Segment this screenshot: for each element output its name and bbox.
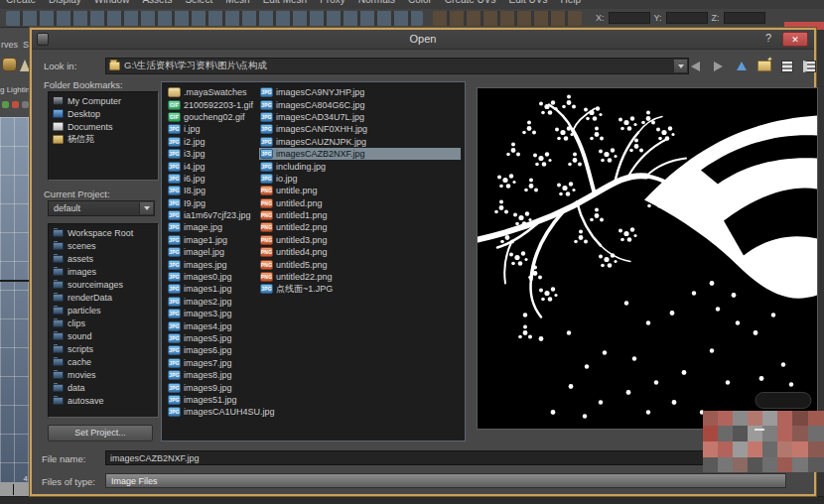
menu-item[interactable]: Normals (358, 0, 395, 5)
z-input[interactable] (724, 12, 765, 24)
workspace-folder-item[interactable]: movies (51, 368, 158, 381)
file-item[interactable]: JPG images1.jpg (167, 283, 256, 295)
workspace-folder-item[interactable]: clips (51, 316, 158, 329)
menu-item[interactable]: Edit UVs (509, 0, 548, 5)
menu-item[interactable]: Select (185, 0, 212, 5)
file-item[interactable]: JPG imagesCA804G6C.jpg (259, 98, 461, 110)
shelf-tabs[interactable]: rves S (0, 28, 30, 52)
menu-item[interactable]: Help (560, 0, 581, 5)
file-item[interactable]: JPG i.jpg (167, 123, 256, 135)
current-project-dropdown[interactable]: default (48, 200, 155, 216)
file-item[interactable]: JPG images6.jpg (167, 344, 256, 356)
file-item[interactable]: PNG untitled22.png (259, 271, 461, 283)
menu-item[interactable]: Color (408, 0, 432, 5)
file-item[interactable]: JPG imagesCANF0XHH.jpg (259, 123, 461, 135)
file-item[interactable]: JPG imagesCA9NYJHP.jpg (259, 86, 461, 98)
new-folder-button[interactable] (755, 59, 772, 73)
file-item[interactable]: .mayaSwatches (167, 86, 256, 98)
file-item[interactable]: JPG images4.jpg (167, 319, 256, 331)
file-item[interactable]: PNG untitled2.png (259, 221, 461, 233)
lighting-tab-label[interactable]: g Lightin (0, 85, 30, 94)
file-item[interactable]: JPG images7.jpg (167, 357, 256, 369)
file-item[interactable]: JPG I9.jpg (167, 197, 256, 209)
file-item[interactable]: GIF 2100592203-1.gif (167, 98, 256, 110)
workspace-folder-item[interactable]: sound (51, 329, 158, 342)
shelf-icons[interactable] (0, 54, 30, 81)
file-item[interactable]: JPG 点线面~1.JPG (259, 283, 461, 295)
file-item[interactable]: JPG images0.jpg (167, 271, 256, 283)
file-item[interactable]: JPG i2.jpg (167, 136, 256, 148)
file-item[interactable]: JPG image1.jpg (167, 234, 256, 246)
back-button[interactable] (687, 59, 704, 73)
menu-item[interactable]: Create (6, 0, 36, 5)
workspace-folder-item[interactable]: particles (51, 304, 158, 316)
chevron-down-icon[interactable] (139, 202, 153, 214)
bookmark-item[interactable]: Documents (51, 120, 158, 133)
file-item[interactable]: PNG untitled5.png (259, 258, 461, 270)
file-item[interactable]: PNG untitle.png (259, 185, 461, 196)
file-item[interactable]: PNG untitled1.png (259, 209, 461, 221)
file-item[interactable]: JPG images51.jpg (167, 394, 256, 406)
file-item[interactable]: JPG image.jpg (167, 221, 256, 233)
chevron-down-icon[interactable] (673, 60, 687, 72)
menu-item[interactable]: Display (49, 0, 81, 5)
details-view-button[interactable] (801, 59, 818, 73)
menu-item[interactable]: Proxy (320, 0, 345, 5)
file-item[interactable]: JPG including.jpg (259, 160, 461, 172)
file-item[interactable]: JPG imagel.jpg (167, 246, 256, 258)
toolbar-buttons[interactable] (6, 11, 423, 26)
toolbar-buttons-snap[interactable] (433, 11, 582, 26)
file-item[interactable]: JPG imagesCAD34U7L.jpg (259, 111, 461, 123)
files-of-type-dropdown[interactable]: Image Files (105, 473, 786, 488)
up-one-level-button[interactable] (733, 59, 750, 73)
list-view-button[interactable] (778, 59, 795, 73)
file-item[interactable]: PNG untitled3.png (259, 234, 461, 246)
file-item[interactable]: JPG i4.jpg (167, 160, 256, 172)
file-item[interactable]: JPG io.jpg (259, 173, 461, 185)
workspace-folder-item[interactable]: cache (51, 355, 158, 368)
file-item[interactable]: GIF goucheng02.gif (167, 111, 256, 123)
menu-item[interactable]: Assets (142, 0, 172, 5)
time-slider-cursor[interactable] (13, 484, 14, 495)
file-item[interactable]: JPG i3.jpg (167, 148, 256, 160)
workspace-folder-item[interactable]: Workspace Root (51, 226, 158, 239)
bookmark-item[interactable]: 杨信苑 (51, 133, 158, 146)
bookmark-item[interactable]: My Computer (51, 94, 158, 107)
file-item[interactable]: PNG untitled.png (259, 197, 461, 209)
bookmark-item[interactable]: Desktop (51, 107, 158, 120)
menu-item[interactable]: Window (94, 0, 130, 5)
cylinder-tool-icon[interactable] (2, 58, 17, 71)
workspace-folder-item[interactable]: scenes (51, 239, 158, 252)
file-item[interactable]: PNG untitled4.png (259, 246, 461, 258)
workspace-folder-item[interactable]: renderData (51, 291, 158, 304)
file-item[interactable]: JPG images8.jpg (167, 369, 256, 381)
menu-item[interactable]: Edit Mesh (263, 0, 307, 5)
file-item[interactable]: JPG i6.jpg (167, 173, 256, 185)
file-item[interactable]: JPG imagesCAUZNJPK.jpg (259, 136, 461, 148)
menu-item[interactable]: Mesh (225, 0, 249, 5)
file-name-input[interactable] (105, 450, 711, 465)
set-project-button[interactable]: Set Project... (48, 425, 153, 441)
file-item[interactable]: JPG images3.jpg (167, 308, 256, 319)
file-item[interactable]: JPG imagesCA1UH4SU.jpg (167, 406, 256, 418)
file-item[interactable]: JPG imagesCAZB2NXF.jpg (259, 148, 461, 160)
workspace-folder-item[interactable]: images (51, 265, 158, 278)
file-item[interactable]: JPG I8.jpg (167, 185, 256, 196)
shelf-tab-next[interactable]: S (23, 40, 29, 50)
x-input[interactable] (609, 12, 650, 24)
y-input[interactable] (666, 12, 708, 24)
forward-button[interactable] (710, 59, 727, 73)
file-item[interactable]: JPG images.jpg (167, 258, 256, 270)
workspace-folder-item[interactable]: sourceimages (51, 278, 158, 291)
cone-tool-icon[interactable] (20, 60, 30, 71)
workspace-folder-item[interactable]: scripts (51, 342, 158, 355)
look-in-dropdown[interactable]: G:\生活资料\学习资料\图片\点构成 (105, 58, 689, 74)
file-item[interactable]: JPG images5.jpg (167, 332, 256, 344)
workspace-folder-item[interactable]: assets (51, 252, 158, 265)
workspace-folder-item[interactable]: autosave (51, 394, 158, 407)
shelf-tab-curves[interactable]: rves (1, 40, 18, 50)
dialog-titlebar[interactable]: Open ? ✕ (32, 30, 814, 50)
close-button[interactable]: ✕ (782, 32, 808, 47)
file-item[interactable]: JPG images2.jpg (167, 296, 256, 308)
time-slider[interactable]: 4 (0, 482, 30, 497)
